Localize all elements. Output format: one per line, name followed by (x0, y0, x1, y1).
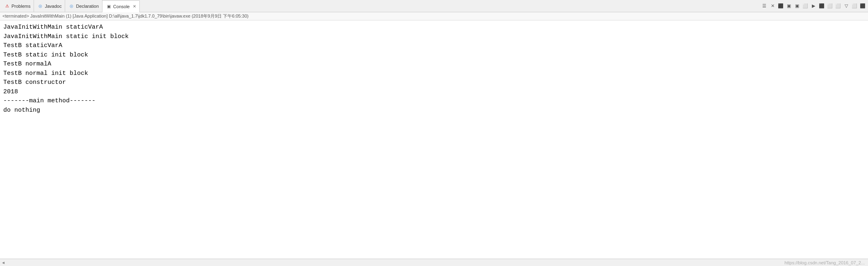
toolbar-btn-7[interactable]: ▶ (810, 2, 817, 10)
console-line: -------main method------- (3, 97, 865, 106)
tab-console-label: Console (113, 4, 130, 9)
toolbar-btn-8[interactable]: ⬛ (818, 2, 825, 10)
declaration-icon: ◎ (68, 3, 74, 9)
console-line: TestB static init block (3, 51, 865, 60)
javadoc-icon: ◎ (37, 3, 43, 9)
toolbar-btn-2[interactable]: ✕ (769, 2, 776, 10)
tab-problems[interactable]: ⚠ Problems (1, 0, 34, 12)
status-bar: <terminated> JavaInitWithMain (1) [Java … (0, 12, 868, 20)
toolbar-btn-12[interactable]: ⬜ (851, 2, 858, 10)
console-icon: ▣ (106, 4, 111, 9)
tab-console[interactable]: ▣ Console ✕ (102, 0, 140, 12)
console-line: TestB normalA (3, 60, 865, 69)
problems-icon: ⚠ (4, 3, 10, 9)
tab-declaration[interactable]: ◎ Declaration (65, 0, 102, 12)
scroll-left-button[interactable]: ◀ (0, 259, 7, 266)
toolbar-btn-4[interactable]: ▣ (785, 2, 793, 10)
status-text: <terminated> JavaInitWithMain (1) [Java … (2, 13, 248, 19)
toolbar-btn-13[interactable]: ⬛ (859, 2, 866, 10)
bottom-bar: ◀ https://blog.csdn.net/Tang_2016_07_2..… (0, 259, 868, 266)
toolbar-btn-10[interactable]: ⬜ (834, 2, 842, 10)
console-line: do nothing (3, 106, 865, 115)
console-line: TestB staticVarA (3, 41, 865, 51)
tab-declaration-label: Declaration (76, 4, 99, 9)
toolbar-btn-6[interactable]: ⬜ (802, 2, 809, 10)
console-line: TestB constructor (3, 78, 865, 88)
console-line: JavaInitWithMain static init block (3, 32, 865, 42)
toolbar-btn-3[interactable]: ⬛ (777, 2, 784, 10)
tab-problems-label: Problems (11, 4, 30, 9)
tab-bar: ⚠ Problems ◎ Javadoc ◎ Declaration ▣ Con… (0, 0, 868, 12)
tab-javadoc-label: Javadoc (45, 4, 61, 9)
toolbar-btn-9[interactable]: ⬜ (826, 2, 834, 10)
console-line: JavaInitWithMain staticVarA (3, 23, 865, 32)
console-line: TestB normal init block (3, 69, 865, 79)
console-line: 2018 (3, 88, 865, 97)
toolbar-btn-1[interactable]: ☰ (761, 2, 768, 10)
tab-javadoc[interactable]: ◎ Javadoc (34, 0, 65, 12)
console-close-button[interactable]: ✕ (133, 4, 136, 9)
console-output[interactable]: JavaInitWithMain staticVarAJavaInitWithM… (0, 20, 868, 259)
watermark: https://blog.csdn.net/Tang_2016_07_2... (784, 260, 865, 265)
toolbar-btn-11[interactable]: ▽ (843, 2, 850, 10)
toolbar-btn-5[interactable]: ▣ (793, 2, 801, 10)
toolbar-icons: ☰ ✕ ⬛ ▣ ▣ ⬜ ▶ ⬛ ⬜ ⬜ ▽ ⬜ ⬛ (761, 2, 868, 10)
